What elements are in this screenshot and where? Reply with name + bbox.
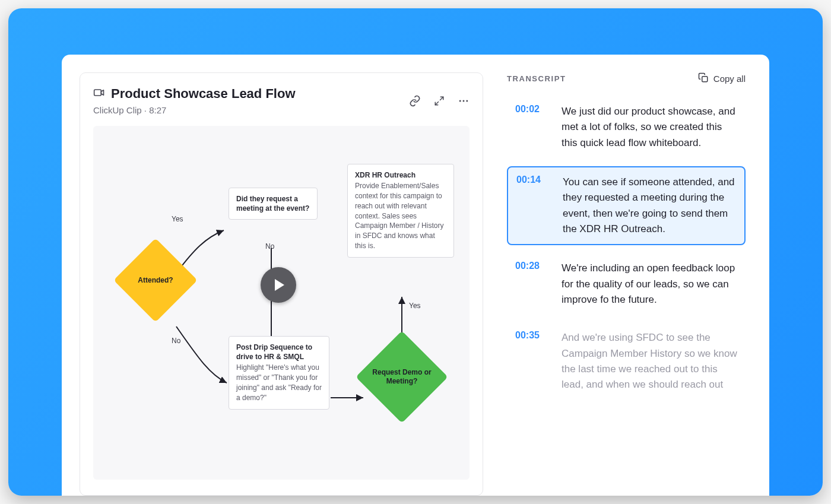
edge-label-no: No [172,337,180,345]
decision-attended: Attended? [126,251,185,310]
transcript-text: You can see if someone attended, and the… [563,175,736,237]
transcript-text: And we're using SFDC to see the Campaign… [562,330,737,392]
copy-all-label: Copy all [713,74,746,84]
transcript-heading: TRANSCRIPT [507,74,566,83]
edge-label-yes-2: Yes [409,302,421,310]
expand-icon[interactable] [434,96,445,106]
transcript-time: 00:35 [515,330,548,392]
transcript-item[interactable]: 00:28 We're including an open feedback l… [507,253,746,315]
edge-label-yes: Yes [172,215,183,223]
svg-point-2 [463,100,465,102]
flowchart-canvas: Attended? Yes No No Yes Did they request… [93,126,470,480]
transcript-time: 00:14 [516,175,550,237]
node-xdr-outreach: XDR HR Outreach Provide Enablement/Sales… [347,164,454,258]
clip-header: Product Showcase Lead Flow ClickUp Clip … [93,86,470,115]
transcript-item[interactable]: 00:35 And we're using SFDC to see the Ca… [507,323,746,400]
fade-mask [507,442,746,496]
more-icon[interactable] [458,95,470,107]
edge-label-no-2: No [265,242,274,251]
svg-point-1 [459,100,461,102]
link-icon[interactable] [409,95,421,107]
app-frame: Product Showcase Lead Flow ClickUp Clip … [8,8,823,496]
clip-card: Product Showcase Lead Flow ClickUp Clip … [80,72,483,496]
clip-subtitle: ClickUp Clip · 8:27 [93,105,296,115]
app-window: Product Showcase Lead Flow ClickUp Clip … [62,55,769,496]
video-camera-icon [93,87,105,101]
transcript-item-active[interactable]: 00:14 You can see if someone attended, a… [507,166,746,245]
transcript-panel: TRANSCRIPT Copy all 00:02 We just did ou… [507,72,746,496]
play-button[interactable] [261,267,296,303]
svg-point-3 [466,100,468,102]
svg-rect-4 [702,77,708,82]
transcript-time: 00:28 [515,261,548,308]
node-drip-sequence: Post Drip Sequence to drive to HR & SMQL… [229,336,329,410]
transcript-item[interactable]: 00:02 We just did our product showcase, … [507,97,746,158]
transcript-text: We're including an open feedback loop fo… [562,261,737,308]
copy-icon [698,72,709,85]
transcript-list: 00:02 We just did our product showcase, … [507,97,746,400]
transcript-time: 00:02 [515,104,548,151]
transcript-text: We just did our product showcase, and me… [562,104,737,151]
decision-request-demo: Request Demo or Meeting? [369,344,434,410]
svg-rect-0 [94,90,102,96]
clip-title: Product Showcase Lead Flow [111,86,296,102]
node-request-meeting: Did they request a meeting at the event? [229,188,318,220]
copy-all-button[interactable]: Copy all [698,72,746,85]
